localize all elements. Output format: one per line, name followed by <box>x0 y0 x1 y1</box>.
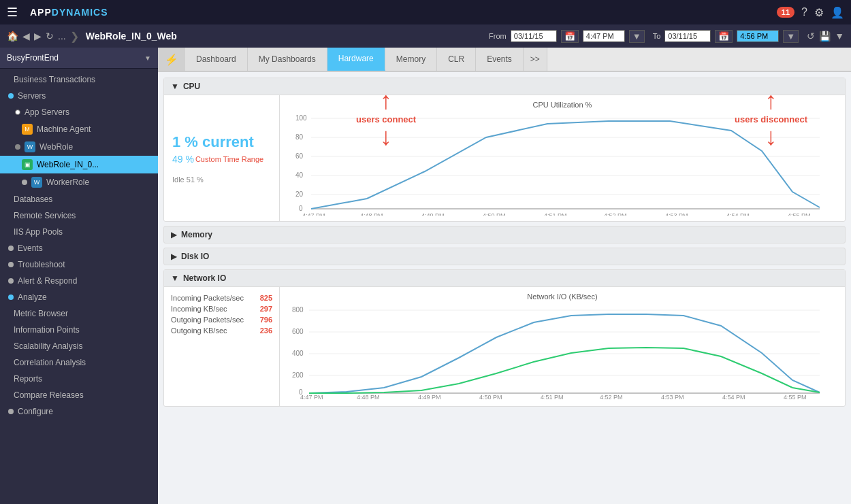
sidebar-item-remote-services[interactable]: Remote Services <box>0 207 158 224</box>
more-icon[interactable]: ... <box>58 31 66 41</box>
from-time-input[interactable] <box>583 30 625 42</box>
sidebar-item-information-points[interactable]: Information Points <box>0 322 158 338</box>
sidebar-label: Business Transactions <box>14 75 95 84</box>
reload-icon[interactable]: ↻ <box>46 31 54 41</box>
sidebar-item-servers[interactable]: Servers <box>0 88 158 104</box>
network-chart-title: Network I/O (KB/sec) <box>285 292 839 301</box>
diskio-section-title: Disk IO <box>181 252 209 261</box>
back-icon[interactable]: ◀ <box>22 31 30 41</box>
sidebar-label: Servers <box>18 91 46 101</box>
tab-memory[interactable]: Memory <box>385 48 437 71</box>
svg-text:400: 400 <box>292 350 304 357</box>
svg-text:4:54 PM: 4:54 PM <box>726 212 750 216</box>
notification-badge[interactable]: 11 <box>777 7 794 18</box>
svg-text:4:50 PM: 4:50 PM <box>479 394 502 401</box>
sidebar-item-troubleshoot[interactable]: Troubleshoot <box>0 256 158 273</box>
cpu-range-sub: Custom Time Range <box>195 155 263 163</box>
sidebar-item-webrole-in0[interactable]: ▣ WebRole_IN_0... <box>0 156 158 173</box>
user-icon[interactable]: 👤 <box>831 6 844 19</box>
tab-clr[interactable]: CLR <box>437 48 476 71</box>
diskio-section[interactable]: ▶ Disk IO <box>163 248 846 265</box>
from-date-calendar-btn[interactable]: 📅 <box>561 30 579 43</box>
sidebar-label: Databases <box>14 195 52 204</box>
memory-expand-icon: ▶ <box>171 230 177 239</box>
svg-text:4:54 PM: 4:54 PM <box>722 394 745 401</box>
svg-text:40: 40 <box>295 171 304 179</box>
from-date-input[interactable] <box>511 30 557 42</box>
save-action-icon[interactable]: 💾 <box>819 31 831 41</box>
network-stat-outgoing-packets: Outgoing Packets/sec 796 <box>171 316 272 324</box>
sidebar-item-workerrole[interactable]: W WorkerRole <box>0 173 158 191</box>
from-time-dropdown-btn[interactable]: ▼ <box>629 30 645 43</box>
tab-my-dashboards[interactable]: My Dashboards <box>248 48 327 71</box>
scroll-content: ▼ CPU 1 % current 49 % Custom Time Range… <box>158 72 851 504</box>
sidebar-label: Compare Releases <box>14 390 84 400</box>
incoming-kb-value: 297 <box>260 305 272 313</box>
webrole-in0-icon: ▣ <box>22 159 33 170</box>
tab-more[interactable]: >> <box>524 48 547 71</box>
sidebar-item-correlation-analysis[interactable]: Correlation Analysis <box>0 354 158 371</box>
sidebar-label: Correlation Analysis <box>14 358 86 367</box>
sidebar-item-business-transactions[interactable]: Business Transactions <box>0 71 158 88</box>
network-section-header[interactable]: ▼ Network IO <box>164 270 845 287</box>
svg-text:4:55 PM: 4:55 PM <box>788 212 811 216</box>
to-time-input[interactable] <box>737 30 779 42</box>
sidebar-item-metric-browser[interactable]: Metric Browser <box>0 305 158 322</box>
sidebar-label: WebRole <box>39 142 73 152</box>
tab-bar: ⚡ Dashboard My Dashboards Hardware Memor… <box>158 48 851 72</box>
sidebar-label: Remote Services <box>14 211 76 220</box>
tab-dashboard[interactable]: Dashboard <box>185 48 248 71</box>
sidebar-label: Troubleshoot <box>18 260 65 269</box>
sidebar-item-compare-releases[interactable]: Compare Releases <box>0 387 158 403</box>
diskio-expand-icon: ▶ <box>171 252 177 261</box>
home-icon[interactable]: 🏠 <box>7 31 18 41</box>
memory-section[interactable]: ▶ Memory <box>163 226 846 243</box>
dropdown-action-icon[interactable]: ▼ <box>835 31 844 41</box>
sidebar-item-events[interactable]: Events <box>0 240 158 256</box>
hamburger-icon[interactable]: ☰ <box>7 5 18 20</box>
content-area: ⚡ Dashboard My Dashboards Hardware Memor… <box>158 48 851 504</box>
cpu-collapse-icon: ▼ <box>171 82 179 91</box>
sidebar-label: Alert & Respond <box>18 276 77 286</box>
configure-dot <box>8 409 14 414</box>
incoming-packets-value: 825 <box>260 294 272 302</box>
app-selector[interactable]: BusyFrontEnd ▼ <box>0 48 158 69</box>
nav-bar: 🏠 ◀ ▶ ↻ ... ❯ WebRole_IN_0_Web From 📅 ▼ … <box>0 24 851 48</box>
workerrole-dot <box>22 180 27 185</box>
cpu-section-body: 1 % current 49 % Custom Time Range Idle … <box>164 95 845 221</box>
events-dot <box>8 246 14 251</box>
sidebar-label: WorkerRole <box>46 178 89 187</box>
sidebar-label: Metric Browser <box>14 309 68 318</box>
svg-text:60: 60 <box>295 152 304 160</box>
sidebar-item-machine-agent[interactable]: M Machine Agent <box>0 120 158 138</box>
sidebar-item-app-servers[interactable]: App Servers <box>0 104 158 120</box>
svg-text:80: 80 <box>295 133 304 141</box>
network-chart-svg: 800 600 400 200 0 <box>285 302 823 401</box>
workerrole-icon: W <box>31 177 42 188</box>
outgoing-packets-label: Outgoing Packets/sec <box>171 316 244 324</box>
cpu-section-header[interactable]: ▼ CPU <box>164 78 845 95</box>
sidebar-item-alert-respond[interactable]: Alert & Respond <box>0 273 158 289</box>
tab-hardware[interactable]: Hardware <box>327 48 385 71</box>
lightning-tab[interactable]: ⚡ <box>158 48 185 71</box>
cpu-section: ▼ CPU 1 % current 49 % Custom Time Range… <box>163 78 846 222</box>
sidebar-item-webrole[interactable]: W WebRole <box>0 138 158 156</box>
cpu-chart-title: CPU Utilization % <box>285 101 839 109</box>
to-time-dropdown-btn[interactable]: ▼ <box>783 30 799 43</box>
refresh-action-icon[interactable]: ↺ <box>807 31 815 41</box>
sidebar-item-configure[interactable]: Configure <box>0 403 158 420</box>
sidebar-item-analyze[interactable]: Analyze <box>0 289 158 305</box>
to-date-calendar-btn[interactable]: 📅 <box>715 30 733 43</box>
cpu-range-value: 49 % <box>172 154 194 165</box>
incoming-packets-label: Incoming Packets/sec <box>171 294 244 302</box>
gear-icon[interactable]: ⚙ <box>814 6 824 19</box>
sidebar-item-databases[interactable]: Databases <box>0 191 158 207</box>
sidebar-item-iis-app-pools[interactable]: IIS App Pools <box>0 224 158 240</box>
tab-events[interactable]: Events <box>476 48 524 71</box>
network-stat-incoming-packets: Incoming Packets/sec 825 <box>171 294 272 302</box>
forward-icon[interactable]: ▶ <box>34 31 42 41</box>
to-date-input[interactable] <box>664 30 711 42</box>
help-icon[interactable]: ? <box>801 6 807 18</box>
sidebar-item-scalability-analysis[interactable]: Scalability Analysis <box>0 338 158 354</box>
sidebar-item-reports[interactable]: Reports <box>0 371 158 387</box>
